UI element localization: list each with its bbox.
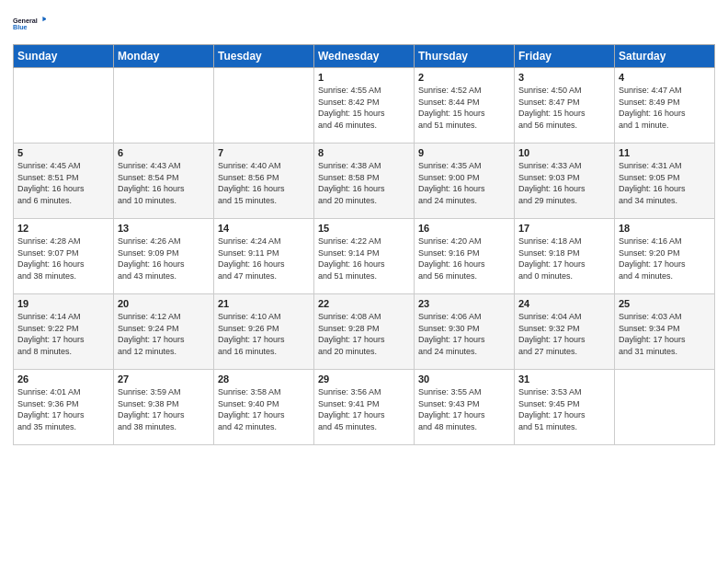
day-number: 13 xyxy=(118,223,210,234)
cell-2-0: 12Sunrise: 4:28 AM Sunset: 9:07 PM Dayli… xyxy=(14,219,114,294)
cell-4-2: 28Sunrise: 3:58 AM Sunset: 9:40 PM Dayli… xyxy=(214,370,314,445)
cell-1-2: 7Sunrise: 4:40 AM Sunset: 8:56 PM Daylig… xyxy=(214,144,314,219)
calendar-table: Sunday Monday Tuesday Wednesday Thursday… xyxy=(13,44,715,445)
day-number: 20 xyxy=(118,298,210,309)
day-number: 17 xyxy=(518,223,610,234)
day-info: Sunrise: 3:58 AM Sunset: 9:40 PM Dayligh… xyxy=(218,386,310,432)
calendar-header: Sunday Monday Tuesday Wednesday Thursday… xyxy=(14,45,715,68)
day-info: Sunrise: 4:33 AM Sunset: 9:03 PM Dayligh… xyxy=(518,160,610,206)
day-info: Sunrise: 4:16 AM Sunset: 9:20 PM Dayligh… xyxy=(619,236,711,282)
cell-3-1: 20Sunrise: 4:12 AM Sunset: 9:24 PM Dayli… xyxy=(114,294,214,370)
day-number: 19 xyxy=(17,298,109,309)
day-number: 31 xyxy=(518,373,610,385)
day-info: Sunrise: 4:22 AM Sunset: 9:14 PM Dayligh… xyxy=(318,236,410,282)
col-tuesday: Tuesday xyxy=(214,45,314,68)
day-info: Sunrise: 4:14 AM Sunset: 9:22 PM Dayligh… xyxy=(17,311,109,357)
day-number: 21 xyxy=(218,298,310,309)
day-info: Sunrise: 4:55 AM Sunset: 8:42 PM Dayligh… xyxy=(318,85,410,131)
day-info: Sunrise: 4:01 AM Sunset: 9:36 PM Dayligh… xyxy=(17,386,109,432)
cell-1-6: 11Sunrise: 4:31 AM Sunset: 9:05 PM Dayli… xyxy=(615,144,715,219)
day-info: Sunrise: 4:08 AM Sunset: 9:28 PM Dayligh… xyxy=(318,311,410,357)
cell-4-5: 31Sunrise: 3:53 AM Sunset: 9:45 PM Dayli… xyxy=(515,370,615,445)
day-info: Sunrise: 3:53 AM Sunset: 9:45 PM Dayligh… xyxy=(518,386,610,432)
day-info: Sunrise: 4:31 AM Sunset: 9:05 PM Dayligh… xyxy=(619,160,711,206)
header: General Blue xyxy=(13,9,715,39)
cell-3-3: 22Sunrise: 4:08 AM Sunset: 9:28 PM Dayli… xyxy=(314,294,415,370)
day-number: 29 xyxy=(318,373,410,385)
col-saturday: Saturday xyxy=(615,45,715,68)
day-number: 14 xyxy=(218,223,310,234)
day-number: 16 xyxy=(418,223,510,234)
week-row-3: 12Sunrise: 4:28 AM Sunset: 9:07 PM Dayli… xyxy=(14,219,715,294)
day-info: Sunrise: 4:28 AM Sunset: 9:07 PM Dayligh… xyxy=(17,236,109,282)
logo: General Blue xyxy=(13,9,46,39)
day-info: Sunrise: 3:59 AM Sunset: 9:38 PM Dayligh… xyxy=(118,386,210,432)
day-number: 2 xyxy=(418,72,510,83)
cell-0-2 xyxy=(214,68,314,144)
day-info: Sunrise: 4:45 AM Sunset: 8:51 PM Dayligh… xyxy=(17,160,109,206)
day-number: 22 xyxy=(318,298,410,309)
day-info: Sunrise: 4:04 AM Sunset: 9:32 PM Dayligh… xyxy=(518,311,610,357)
cell-1-0: 5Sunrise: 4:45 AM Sunset: 8:51 PM Daylig… xyxy=(14,144,114,219)
cell-1-3: 8Sunrise: 4:38 AM Sunset: 8:58 PM Daylig… xyxy=(314,144,415,219)
day-info: Sunrise: 4:47 AM Sunset: 8:49 PM Dayligh… xyxy=(619,85,711,131)
day-info: Sunrise: 4:12 AM Sunset: 9:24 PM Dayligh… xyxy=(118,311,210,357)
day-number: 18 xyxy=(619,223,711,234)
day-number: 15 xyxy=(318,223,410,234)
day-info: Sunrise: 4:06 AM Sunset: 9:30 PM Dayligh… xyxy=(418,311,510,357)
day-number: 3 xyxy=(518,72,610,83)
day-info: Sunrise: 3:56 AM Sunset: 9:41 PM Dayligh… xyxy=(318,386,410,432)
cell-4-0: 26Sunrise: 4:01 AM Sunset: 9:36 PM Dayli… xyxy=(14,370,114,445)
cell-4-4: 30Sunrise: 3:55 AM Sunset: 9:43 PM Dayli… xyxy=(415,370,515,445)
col-sunday: Sunday xyxy=(14,45,114,68)
week-row-1: 1Sunrise: 4:55 AM Sunset: 8:42 PM Daylig… xyxy=(14,68,715,144)
cell-3-4: 23Sunrise: 4:06 AM Sunset: 9:30 PM Dayli… xyxy=(415,294,515,370)
day-number: 6 xyxy=(118,147,210,158)
svg-text:Blue: Blue xyxy=(13,23,28,31)
day-info: Sunrise: 4:24 AM Sunset: 9:11 PM Dayligh… xyxy=(218,236,310,282)
cell-0-6: 4Sunrise: 4:47 AM Sunset: 8:49 PM Daylig… xyxy=(615,68,715,144)
day-info: Sunrise: 3:55 AM Sunset: 9:43 PM Dayligh… xyxy=(418,386,510,432)
day-info: Sunrise: 4:20 AM Sunset: 9:16 PM Dayligh… xyxy=(418,236,510,282)
day-number: 7 xyxy=(218,147,310,158)
week-row-4: 19Sunrise: 4:14 AM Sunset: 9:22 PM Dayli… xyxy=(14,294,715,370)
day-number: 5 xyxy=(17,147,109,158)
cell-0-3: 1Sunrise: 4:55 AM Sunset: 8:42 PM Daylig… xyxy=(314,68,415,144)
week-row-2: 5Sunrise: 4:45 AM Sunset: 8:51 PM Daylig… xyxy=(14,144,715,219)
day-info: Sunrise: 4:18 AM Sunset: 9:18 PM Dayligh… xyxy=(518,236,610,282)
day-number: 11 xyxy=(619,147,711,158)
svg-marker-2 xyxy=(42,17,46,21)
day-info: Sunrise: 4:26 AM Sunset: 9:09 PM Dayligh… xyxy=(118,236,210,282)
cell-0-4: 2Sunrise: 4:52 AM Sunset: 8:44 PM Daylig… xyxy=(415,68,515,144)
week-row-5: 26Sunrise: 4:01 AM Sunset: 9:36 PM Dayli… xyxy=(14,370,715,445)
logo-svg: General Blue xyxy=(13,9,46,39)
cell-2-3: 15Sunrise: 4:22 AM Sunset: 9:14 PM Dayli… xyxy=(314,219,415,294)
day-number: 4 xyxy=(619,72,711,83)
day-info: Sunrise: 4:50 AM Sunset: 8:47 PM Dayligh… xyxy=(518,85,610,131)
col-monday: Monday xyxy=(114,45,214,68)
cell-4-1: 27Sunrise: 3:59 AM Sunset: 9:38 PM Dayli… xyxy=(114,370,214,445)
day-number: 9 xyxy=(418,147,510,158)
col-wednesday: Wednesday xyxy=(314,45,415,68)
cell-2-4: 16Sunrise: 4:20 AM Sunset: 9:16 PM Dayli… xyxy=(415,219,515,294)
day-number: 28 xyxy=(218,373,310,385)
cell-2-6: 18Sunrise: 4:16 AM Sunset: 9:20 PM Dayli… xyxy=(615,219,715,294)
cell-1-4: 9Sunrise: 4:35 AM Sunset: 9:00 PM Daylig… xyxy=(415,144,515,219)
day-number: 25 xyxy=(619,298,711,309)
day-info: Sunrise: 4:10 AM Sunset: 9:26 PM Dayligh… xyxy=(218,311,310,357)
day-number: 10 xyxy=(518,147,610,158)
cell-3-6: 25Sunrise: 4:03 AM Sunset: 9:34 PM Dayli… xyxy=(615,294,715,370)
col-thursday: Thursday xyxy=(415,45,515,68)
cell-2-5: 17Sunrise: 4:18 AM Sunset: 9:18 PM Dayli… xyxy=(515,219,615,294)
day-info: Sunrise: 4:03 AM Sunset: 9:34 PM Dayligh… xyxy=(619,311,711,357)
day-number: 12 xyxy=(17,223,109,234)
cell-0-0 xyxy=(14,68,114,144)
cell-3-0: 19Sunrise: 4:14 AM Sunset: 9:22 PM Dayli… xyxy=(14,294,114,370)
day-info: Sunrise: 4:52 AM Sunset: 8:44 PM Dayligh… xyxy=(418,85,510,131)
page: General Blue Sunday Monday Tuesday Wedne… xyxy=(0,0,728,563)
day-number: 24 xyxy=(518,298,610,309)
cell-3-2: 21Sunrise: 4:10 AM Sunset: 9:26 PM Dayli… xyxy=(214,294,314,370)
calendar-body: 1Sunrise: 4:55 AM Sunset: 8:42 PM Daylig… xyxy=(14,68,715,445)
col-friday: Friday xyxy=(515,45,615,68)
day-info: Sunrise: 4:40 AM Sunset: 8:56 PM Dayligh… xyxy=(218,160,310,206)
